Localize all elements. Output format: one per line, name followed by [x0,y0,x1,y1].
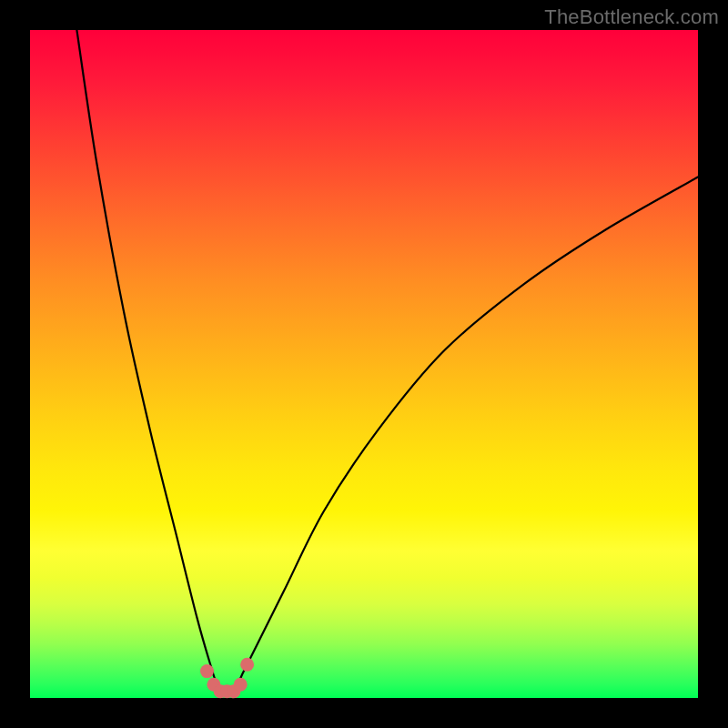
marker-point [240,658,254,672]
bottleneck-curve [76,30,698,693]
chart-frame: TheBottleneck.com [0,0,728,728]
marker-point [200,664,214,678]
watermark-text: TheBottleneck.com [544,5,719,29]
marker-point [234,678,248,692]
curve-markers [200,658,254,698]
curve-svg [30,30,698,698]
plot-area [30,30,698,698]
